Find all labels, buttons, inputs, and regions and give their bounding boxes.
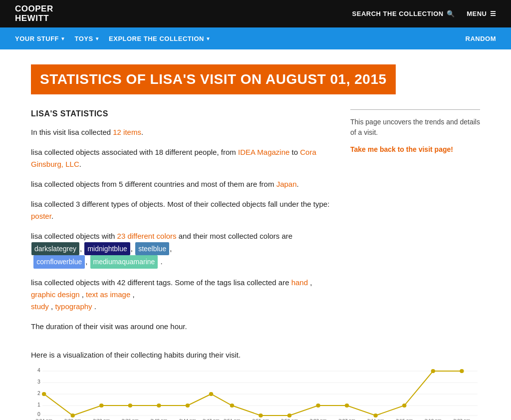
svg-point-10 [42, 392, 46, 396]
header: COOPER HEWITT SEARCH THE COLLECTION 🔍 ME… [0, 0, 511, 27]
svg-point-20 [316, 404, 320, 408]
stat-items: In this visit lisa collected 12 items. [31, 126, 330, 138]
chart-section: Here is a visualization of their collect… [31, 351, 480, 420]
stat-people: lisa collected objects associated with 1… [31, 146, 330, 170]
section-title: LISA'S STATISTICS [31, 109, 330, 118]
stats-main: LISA'S STATISTICS In this visit lisa col… [31, 109, 330, 341]
nav: YOUR STUFF ▼ TOYS ▼ EXPLORE THE COLLECTI… [0, 27, 511, 49]
chevron-down-icon: ▼ [206, 36, 211, 41]
chevron-down-icon: ▼ [60, 36, 65, 41]
svg-text:4: 4 [37, 368, 40, 373]
svg-point-25 [460, 369, 464, 373]
tag-text-as-image-link[interactable]: text as image [86, 290, 130, 299]
search-collection-button[interactable]: SEARCH THE COLLECTION 🔍 [352, 10, 455, 17]
svg-text:2:59 pm: 2:59 pm [281, 418, 298, 420]
svg-point-16 [209, 392, 213, 396]
sidebar-divider [350, 109, 480, 110]
svg-text:3:23 pm: 3:23 pm [453, 418, 470, 420]
colors-link[interactable]: 23 different colors [117, 232, 177, 240]
stat-tags: lisa collected objects with 42 different… [31, 277, 330, 313]
stat-colors: lisa collected objects with 23 different… [31, 230, 330, 269]
color-badge-mediumaquamarine: mediumaquamarine [90, 255, 158, 268]
poster-link[interactable]: poster [31, 212, 51, 220]
svg-point-17 [230, 404, 234, 408]
nav-toys[interactable]: TOYS ▼ [74, 35, 100, 42]
logo[interactable]: COOPER HEWITT [15, 4, 53, 23]
svg-point-19 [287, 414, 291, 418]
svg-point-15 [186, 404, 190, 408]
color-badge-darkslategrey: darkslategrey [31, 242, 79, 255]
svg-text:0: 0 [37, 412, 40, 417]
menu-button[interactable]: MENU ☰ [467, 10, 496, 17]
back-to-visit-link[interactable]: Take me back to the visit page! [350, 145, 453, 153]
stat-duration: The duration of their visit was around o… [31, 321, 330, 333]
svg-point-23 [402, 404, 406, 408]
svg-text:2:40 pm: 2:40 pm [150, 418, 167, 420]
content-sidebar: This page uncovers the trends and detail… [350, 109, 480, 341]
idea-magazine-link[interactable]: IDEA Magazine [238, 148, 289, 156]
svg-text:2:24 pm: 2:24 pm [35, 418, 52, 420]
items-link[interactable]: 12 items [113, 128, 141, 136]
svg-point-24 [431, 369, 435, 373]
svg-text:2:28 pm: 2:28 pm [64, 418, 81, 420]
nav-explore[interactable]: EXPLORE THE COLLECTION ▼ [109, 35, 211, 42]
svg-point-14 [157, 404, 161, 408]
chart-description: Here is a visualization of their collect… [31, 351, 480, 359]
svg-text:3:19 pm: 3:19 pm [425, 418, 442, 420]
tag-hand-link[interactable]: hand [291, 278, 308, 287]
main-content: STATISTICS OF LISA'S VISIT ON AUGUST 01,… [16, 49, 495, 420]
sidebar-description: This page uncovers the trends and detail… [350, 117, 480, 138]
svg-text:3:07 pm: 3:07 pm [338, 418, 355, 420]
svg-point-13 [128, 404, 132, 408]
svg-point-11 [71, 414, 75, 418]
svg-point-18 [258, 414, 262, 418]
chevron-down-icon: ▼ [95, 36, 100, 41]
search-icon: 🔍 [447, 10, 455, 17]
collecting-chart: 4 3 2 1 0 [31, 366, 480, 420]
svg-text:2:47 pm: 2:47 pm [203, 418, 220, 420]
svg-text:3:03 pm: 3:03 pm [310, 418, 327, 420]
chart-container: 4 3 2 1 0 [31, 366, 480, 420]
svg-text:2:51 pm: 2:51 pm [224, 418, 241, 420]
svg-text:1: 1 [37, 402, 40, 408]
svg-point-21 [345, 404, 349, 408]
color-badge-steelblue: steelblue [135, 242, 169, 255]
nav-left: YOUR STUFF ▼ TOYS ▼ EXPLORE THE COLLECTI… [15, 35, 211, 42]
nav-your-stuff[interactable]: YOUR STUFF ▼ [15, 35, 65, 42]
tag-study-link[interactable]: study [31, 302, 49, 311]
nav-random[interactable]: RANDOM [466, 35, 497, 42]
color-badge-cornflowerblue: cornflowerblue [33, 255, 85, 268]
header-right: SEARCH THE COLLECTION 🔍 MENU ☰ [352, 10, 496, 17]
svg-text:3:15 pm: 3:15 pm [396, 418, 413, 420]
svg-point-12 [99, 404, 103, 408]
stat-countries: lisa collected objects from 5 different … [31, 178, 330, 190]
svg-text:2:32 pm: 2:32 pm [93, 418, 110, 420]
svg-text:3:11 pm: 3:11 pm [367, 418, 384, 420]
svg-text:2:36 pm: 2:36 pm [122, 418, 139, 420]
hamburger-icon: ☰ [490, 10, 497, 17]
svg-point-22 [374, 414, 378, 418]
svg-text:2:44 pm: 2:44 pm [179, 418, 196, 420]
svg-text:2: 2 [37, 391, 40, 396]
svg-text:2:55 pm: 2:55 pm [252, 418, 269, 420]
page-title: STATISTICS OF LISA'S VISIT ON AUGUST 01,… [31, 64, 396, 94]
japan-link[interactable]: Japan [276, 180, 297, 188]
color-badge-midnightblue: midnightblue [84, 242, 130, 255]
tag-graphic-design-link[interactable]: graphic design [31, 290, 80, 299]
nav-right: RANDOM [466, 35, 497, 42]
tag-typography-link[interactable]: typography [55, 302, 92, 311]
svg-text:3: 3 [37, 379, 40, 385]
stat-types: lisa collected 3 different types of obje… [31, 198, 330, 222]
content-layout: LISA'S STATISTICS In this visit lisa col… [31, 109, 480, 341]
